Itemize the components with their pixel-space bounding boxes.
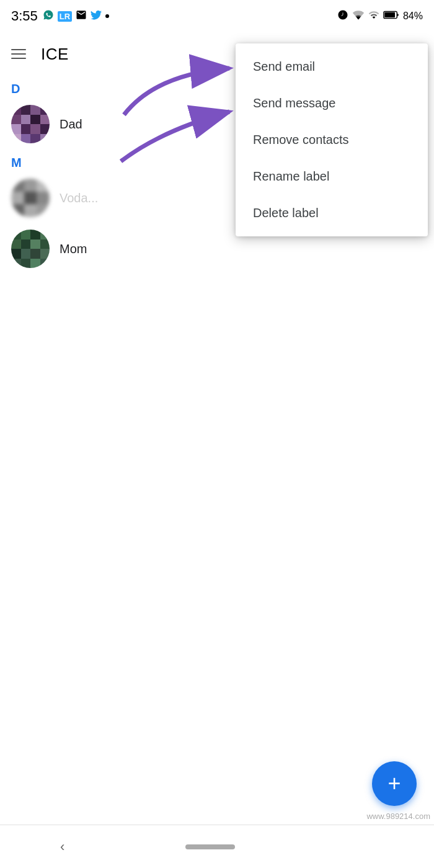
battery-icon [383, 11, 399, 22]
status-left: 3:55 LR [11, 8, 109, 24]
contact-name-vodafone: Voda... [60, 191, 98, 205]
fab-plus-icon: + [388, 772, 401, 795]
contact-name-dad: Dad [60, 117, 82, 132]
twitter-icon [91, 11, 102, 22]
home-indicator[interactable] [185, 844, 235, 849]
menu-item-send-message[interactable]: Send message [236, 85, 428, 122]
contact-name-mom: Mom [60, 242, 87, 256]
menu-item-delete-label[interactable]: Delete label [236, 195, 428, 231]
status-bar: 3:55 LR [0, 0, 434, 32]
status-icons: LR [43, 9, 109, 23]
status-right: 84% [337, 9, 423, 23]
clock-icon [337, 9, 348, 23]
menu-item-rename-label[interactable]: Rename label [236, 158, 428, 195]
wifi-icon [352, 10, 365, 22]
watermark: www.989214.com [363, 810, 434, 822]
status-time: 3:55 [11, 8, 38, 24]
page-title: ICE [41, 45, 69, 64]
hamburger-menu[interactable] [11, 49, 26, 59]
avatar-vodafone [11, 179, 50, 217]
avatar-mom [11, 230, 50, 268]
whatsapp-icon [43, 9, 54, 23]
menu-item-remove-contacts[interactable]: Remove contacts [236, 122, 428, 158]
menu-item-send-email[interactable]: Send email [236, 48, 428, 85]
email-icon [76, 11, 87, 22]
battery-percent: 84% [403, 11, 423, 22]
avatar-dad [11, 105, 50, 143]
fab-add[interactable]: + [372, 761, 417, 806]
context-menu: Send email Send message Remove contacts … [236, 43, 428, 236]
lightroom-icon: LR [58, 11, 72, 22]
dot-icon [105, 14, 109, 18]
signal-icon [368, 9, 379, 23]
bottom-nav: ‹ [0, 825, 434, 868]
back-button[interactable]: ‹ [60, 839, 64, 855]
svg-rect-1 [384, 12, 395, 17]
